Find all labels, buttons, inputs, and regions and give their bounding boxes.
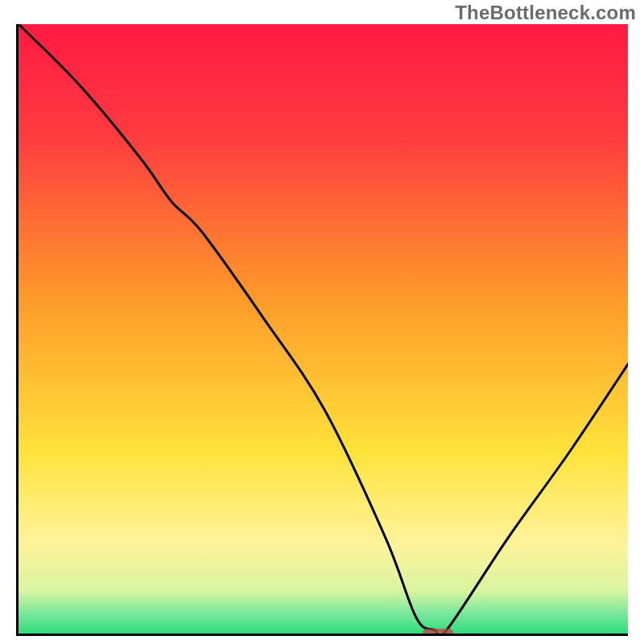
- chart-root: { "watermark": "TheBottleneck.com", "col…: [0, 0, 644, 644]
- plot-area: [16, 24, 628, 636]
- watermark-text: TheBottleneck.com: [455, 2, 636, 24]
- plot-container: [16, 24, 628, 636]
- bottleneck-curve: [19, 24, 628, 636]
- optimal-region-marker: [423, 629, 453, 636]
